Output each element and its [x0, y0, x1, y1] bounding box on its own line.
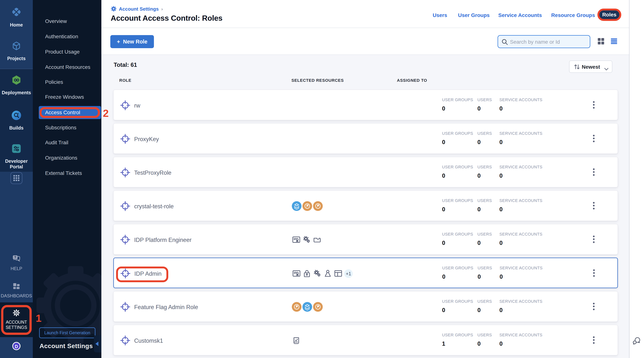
svg-text:?: ?	[14, 256, 16, 259]
